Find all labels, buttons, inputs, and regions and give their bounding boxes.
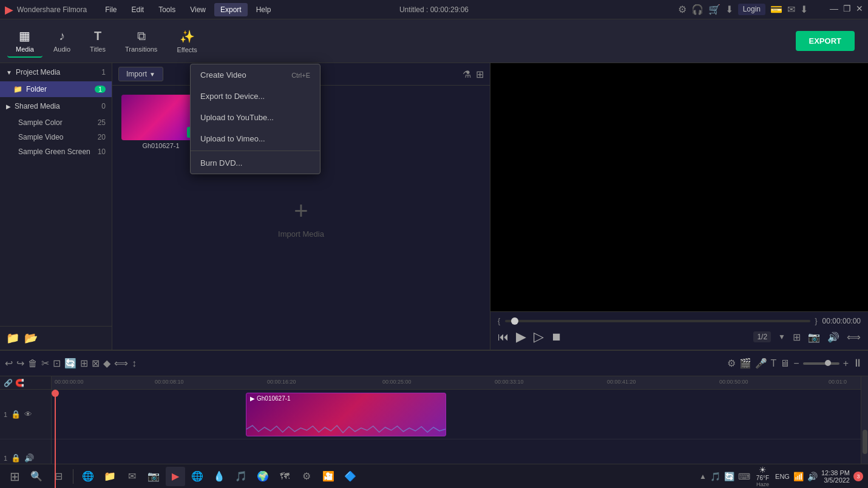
taskbar-browser-icon[interactable]: 🌍 (253, 467, 273, 486)
sample-video-item[interactable]: Sample Video 20 (0, 130, 112, 144)
search-taskbar-icon[interactable]: 🔍 (27, 467, 46, 486)
taskview-icon[interactable]: ⊟ (49, 467, 68, 486)
export-create-video[interactable]: Create Video Ctrl+E (191, 64, 320, 86)
card-icon[interactable]: 💳 (770, 4, 782, 15)
sample-color-item[interactable]: Sample Color 25 (0, 115, 112, 130)
taskbar-camera-icon[interactable]: 📷 (144, 467, 163, 486)
tray-expand-icon[interactable]: ▲ (699, 472, 707, 481)
folder-item[interactable]: 📁 Folder 1 (0, 81, 112, 97)
burn-dvd[interactable]: Burn DVD... (191, 152, 320, 174)
taskbar-ie-icon[interactable]: 🌐 (78, 467, 98, 486)
volume-icon[interactable]: 🔊 (827, 331, 839, 343)
filter-icon[interactable]: ⚗ (463, 69, 471, 80)
close-button[interactable]: ✕ (856, 4, 863, 15)
start-icon[interactable]: ⊞ (5, 467, 24, 486)
upload-youtube[interactable]: Upload to YouTube... (191, 107, 320, 128)
media-item[interactable]: ✓ Gh010627-1 (121, 95, 200, 149)
delete-item-icon[interactable]: 📂 (24, 331, 38, 345)
mail-icon[interactable]: ✉ (787, 4, 795, 15)
settings-icon[interactable]: ⚙ (678, 4, 687, 15)
taskbar-music-icon[interactable]: 🎵 (231, 467, 251, 486)
tray-sync-icon[interactable]: 🔄 (724, 472, 734, 481)
taskbar-settings-icon[interactable]: ⚙ (297, 467, 316, 486)
ratio-dropdown-arrow-icon[interactable]: ▼ (778, 333, 785, 341)
import-button[interactable]: Import ▼ (118, 67, 163, 81)
new-folder-icon[interactable]: 📁 (6, 331, 19, 345)
preview-slider[interactable] (505, 320, 810, 322)
marker-icon[interactable]: ◆ (103, 358, 110, 369)
delete-icon[interactable]: 🗑 (28, 358, 38, 369)
freeze-icon[interactable]: ⊠ (92, 358, 100, 369)
taskbar-folder-icon[interactable]: 📁 (100, 467, 120, 486)
shared-media-header[interactable]: ▶ Shared Media 0 (0, 97, 112, 115)
grid-view-icon[interactable]: ⊞ (476, 69, 484, 80)
sample-green-screen-item[interactable]: Sample Green Screen 10 (0, 144, 112, 159)
toolbar-effects[interactable]: ✨ Effects (168, 25, 205, 57)
play-button[interactable]: ▶ (516, 329, 526, 345)
link-icon[interactable]: 🔗 (4, 379, 13, 387)
audio-track-volume-icon[interactable]: 🔊 (24, 453, 34, 463)
menu-view[interactable]: View (184, 3, 212, 16)
tray-keyboard-icon[interactable]: ⌨ (738, 472, 750, 481)
upload-vimeo[interactable]: Upload to Vimeo... (191, 128, 320, 149)
split-icon[interactable]: ⊞ (80, 358, 88, 369)
time-display[interactable]: 12:38 PM 3/5/2022 (821, 469, 850, 484)
zoom-slider[interactable] (803, 362, 839, 365)
timeline-text-icon[interactable]: T (771, 358, 777, 369)
minimize-button[interactable]: — (830, 4, 838, 15)
tray-volume-icon[interactable]: 🔊 (807, 472, 818, 481)
taskbar-mail-icon[interactable]: ✉ (122, 467, 141, 486)
cart-icon[interactable]: 🛒 (708, 4, 721, 15)
toolbar-audio[interactable]: ♪ Audio (45, 25, 79, 56)
timeline-mic-icon[interactable]: 🎤 (755, 358, 767, 369)
headset-icon[interactable]: 🎧 (691, 4, 704, 15)
taskbar-vlc-icon[interactable]: 🎦 (319, 467, 338, 486)
export-button[interactable]: EXPORT (796, 31, 855, 51)
toolbar-titles[interactable]: T Titles (81, 25, 114, 56)
download-icon[interactable]: ⬇ (725, 4, 733, 15)
timeline-settings-icon[interactable]: ⚙ (727, 358, 736, 369)
crop-icon[interactable]: ⊡ (53, 358, 61, 369)
export-to-device[interactable]: Export to Device... (191, 86, 320, 107)
fullscreen-icon[interactable]: ⊞ (793, 331, 801, 343)
stabilize-icon[interactable]: ⟺ (114, 358, 128, 369)
video-track-eye-icon[interactable]: 👁 (24, 410, 32, 419)
video-clip[interactable]: ▶ Gh010627-1 (246, 393, 446, 436)
maximize-button[interactable]: ❐ (843, 4, 851, 15)
menu-file[interactable]: File (99, 3, 123, 16)
playhead[interactable] (55, 390, 56, 488)
menu-export[interactable]: Export (214, 3, 248, 16)
tray-wifi-icon[interactable]: 📶 (793, 472, 804, 481)
play-alt-icon[interactable]: ▷ (534, 329, 544, 345)
cut-icon[interactable]: ✂ (41, 358, 49, 369)
redo-icon[interactable]: ↪ (16, 358, 24, 369)
project-media-header[interactable]: ▼ Project Media 1 (0, 63, 112, 81)
undo-icon[interactable]: ↩ (5, 358, 13, 369)
video-track-lock-icon[interactable]: 🔒 (11, 410, 21, 419)
tray-lang[interactable]: ENG (775, 473, 790, 480)
speed-icon[interactable]: 🔄 (64, 358, 76, 369)
menu-tools[interactable]: Tools (152, 3, 181, 16)
taskbar-maps-icon[interactable]: 🗺 (275, 467, 294, 486)
taskbar-filmora-icon[interactable]: ▶ (166, 467, 185, 486)
login-btn[interactable]: Login (738, 4, 765, 15)
pause-icon[interactable]: ⏸ (852, 357, 863, 370)
menu-help[interactable]: Help (250, 3, 277, 16)
menu-edit[interactable]: Edit (126, 3, 151, 16)
snapshot-icon[interactable]: 📷 (808, 331, 820, 343)
toolbar-media[interactable]: ▦ Media (7, 25, 42, 58)
split-view-icon[interactable]: ⟺ (847, 331, 861, 343)
tray-music-icon[interactable]: 🎵 (710, 472, 721, 481)
zoom-out-icon[interactable]: − (793, 358, 799, 369)
toolbar-transitions[interactable]: ⧉ Transitions (117, 25, 166, 56)
taskbar-edge-icon[interactable]: 🌐 (188, 467, 207, 486)
audio-track-lock-icon[interactable]: 🔒 (11, 453, 21, 463)
stop-button[interactable]: ⏹ (551, 331, 562, 344)
notification-badge[interactable]: 3 (853, 472, 863, 481)
zoom-in-icon[interactable]: + (843, 358, 849, 369)
weather-widget[interactable]: ☀ 76°F Haze (756, 465, 769, 487)
timeline-display-icon[interactable]: 🖥 (780, 358, 790, 369)
skip-back-icon[interactable]: ⏮ (498, 331, 509, 344)
magnet-icon[interactable]: 🧲 (15, 379, 24, 387)
download2-icon[interactable]: ⬇ (800, 4, 808, 15)
